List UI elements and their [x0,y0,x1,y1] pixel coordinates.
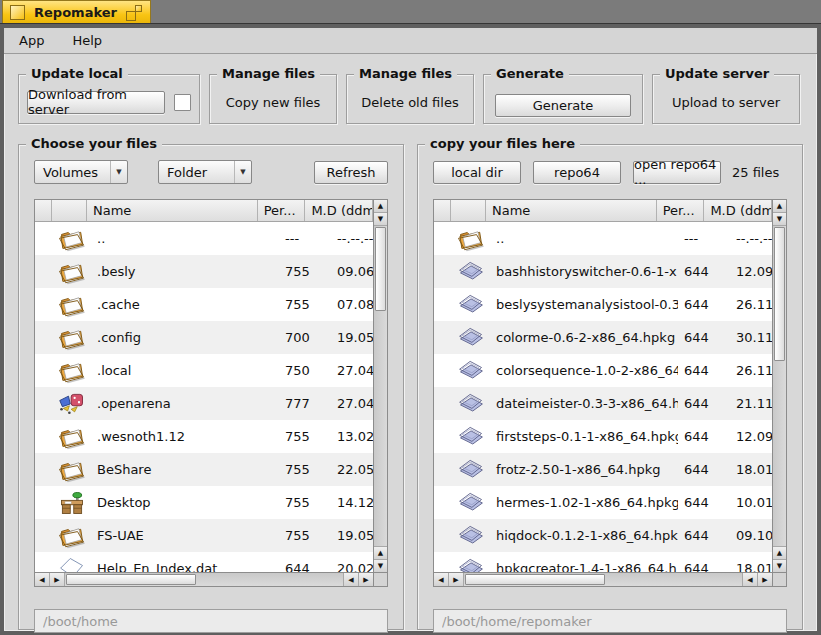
groupbox-title: Manage files [217,66,320,82]
table-row[interactable]: FS-UAE75519.05.2020 [35,519,373,552]
table-row[interactable]: .openarena77727.04.2020 [35,387,373,420]
scroll-right-icon[interactable]: ▶ [50,573,65,586]
file-permission: 644 [678,396,730,411]
groupbox-title: Manage files [354,66,457,82]
scroll-up-icon[interactable]: ▲ [773,200,786,213]
table-row[interactable]: bashhistoryswitcher-0.6-1-x64412.09.2018 [434,255,772,288]
table-row[interactable]: .local75027.04.2020 [35,354,373,387]
file-name: hpkgcreator-1.4-1-x86_64.h [490,561,678,572]
table-row[interactable]: .config70019.05.2020 [35,321,373,354]
table-row[interactable]: colorme-0.6-2-x86_64.hpkg64430.11.2019 [434,321,772,354]
table-row[interactable]: ..-----.--.---- [434,222,772,255]
table-row[interactable]: ..-----.--.---- [35,222,373,255]
scroll-right-icon[interactable]: ▶ [757,573,772,586]
delete-old-files-label: Delete old files [347,75,473,123]
horizontal-scrollbar[interactable]: ◀ ▶ ◀ ▶ [35,572,373,586]
generate-button[interactable]: Generate [495,94,631,117]
column-header[interactable] [35,200,52,221]
column-header[interactable]: Name [87,200,258,221]
scrollbar-track[interactable] [374,226,387,546]
menu-help[interactable]: Help [70,31,104,50]
folder-icon [53,291,91,319]
scroll-down-icon[interactable]: ▼ [374,559,387,572]
table-row[interactable]: frotz-2.50-1-x86_64.hpkg64418.01.2020 [434,453,772,486]
column-header[interactable]: Per... [258,200,306,221]
scroll-up-icon[interactable]: ▲ [374,546,387,559]
table-row[interactable]: .cache75507.08.2018 [35,288,373,321]
repo-path-field[interactable] [433,609,787,633]
close-button[interactable] [10,5,25,20]
table-row[interactable]: BeShare75522.05.2020 [35,453,373,486]
scrollbar-thumb[interactable] [375,227,386,311]
file-date: 14.12.2020 [331,495,373,510]
scroll-left-icon[interactable]: ◀ [434,573,449,586]
scrollbar-track[interactable] [773,226,786,546]
open-repo64-button[interactable]: open repo64 ... [633,161,721,184]
local-dir-button[interactable]: local dir [433,161,521,184]
menu-app[interactable]: App [17,31,46,50]
scroll-up-icon[interactable]: ▲ [374,200,387,213]
scroll-left-icon[interactable]: ◀ [742,573,757,586]
table-row[interactable]: hiqdock-0.1.2-1-x86_64.hpk64409.10.2018 [434,519,772,552]
package-icon [452,456,490,484]
column-header[interactable]: M.D (ddmmyyyy) [704,200,772,221]
scrollbar-thumb[interactable] [66,574,196,585]
file-date: 09.06.2020 [331,264,373,279]
file-name: .. [91,231,279,246]
table-row[interactable]: dateimeister-0.3-3-x86_64.h64421.11.2018 [434,387,772,420]
scroll-right-icon[interactable]: ▶ [358,573,373,586]
file-name: hiqdock-0.1.2-1-x86_64.hpk [490,528,678,543]
folder-dropdown[interactable]: Folder ▼ [158,160,252,184]
groupbox-manage-copy: Manage files Copy new files [209,74,337,124]
column-header[interactable] [52,200,87,221]
horizontal-scrollbar[interactable]: ◀ ▶ ◀ ▶ [434,572,772,586]
action-boxes-row: Update local Download from server Manage… [18,74,803,124]
refresh-button[interactable]: Refresh [314,161,388,184]
titlebar-strip: Repomaker [0,0,821,24]
volumes-dropdown[interactable]: Volumes ▼ [34,160,128,184]
scroll-down-icon[interactable]: ▼ [773,213,786,226]
column-header[interactable] [451,200,486,221]
folder-icon [53,324,91,352]
table-row[interactable]: hermes-1.02-1-x86_64.hpkg64410.01.2019 [434,486,772,519]
table-row[interactable]: hpkgcreator-1.4-1-x86_64.h64418.01.2020 [434,552,772,572]
scroll-right-icon[interactable]: ▶ [449,573,464,586]
vertical-scrollbar[interactable]: ▲ ▼ ▲ ▼ [373,200,387,572]
file-list-body: ..-----.--.---- bashhistoryswitcher-0.6-… [434,222,772,572]
scroll-down-icon[interactable]: ▼ [773,559,786,572]
column-header[interactable]: Name [486,200,657,221]
repo64-button[interactable]: repo64 [533,161,621,184]
scrollbar-track[interactable] [464,573,742,586]
scroll-down-icon[interactable]: ▼ [374,213,387,226]
zoom-button[interactable] [126,5,142,21]
source-file-list: NamePer...M.D (ddmmyyyy) ..-----.--.----… [34,199,388,587]
file-permission: 755 [279,297,331,312]
scrollbar-thumb[interactable] [774,227,785,361]
folder-icon [53,423,91,451]
scroll-left-icon[interactable]: ◀ [343,573,358,586]
table-row[interactable]: Desktop75514.12.2020 [35,486,373,519]
local-path-field[interactable] [34,609,388,633]
file-name: Desktop [91,495,279,510]
table-row[interactable]: beslysystemanalysistool-0.364426.11.2019 [434,288,772,321]
file-date: 13.02.2020 [331,429,373,444]
column-header[interactable] [434,200,451,221]
folder-icon [53,258,91,286]
download-checkbox[interactable] [174,94,191,111]
scrollbar-thumb[interactable] [465,574,605,585]
package-icon [452,357,490,385]
table-row[interactable]: .wesnoth1.1275513.02.2020 [35,420,373,453]
table-row[interactable]: Help_En_Index.dat64420.02.2020 [35,552,373,572]
download-from-server-button[interactable]: Download from server [27,91,165,114]
vertical-scrollbar[interactable]: ▲ ▼ ▲ ▼ [772,200,786,572]
window-tab[interactable]: Repomaker [2,0,151,24]
table-row[interactable]: firststeps-0.1-1-x86_64.hpkg64412.09.201… [434,420,772,453]
column-header[interactable]: M.D (ddmmyyyy) [305,200,373,221]
scroll-left-icon[interactable]: ◀ [35,573,50,586]
scroll-up-icon[interactable]: ▲ [773,546,786,559]
table-row[interactable]: colorsequence-1.0-2-x86_6464426.11.2019 [434,354,772,387]
table-row[interactable]: .besly75509.06.2020 [35,255,373,288]
column-header[interactable]: Per... [657,200,705,221]
file-name: colorme-0.6-2-x86_64.hpkg [490,330,678,345]
scrollbar-track[interactable] [65,573,343,586]
